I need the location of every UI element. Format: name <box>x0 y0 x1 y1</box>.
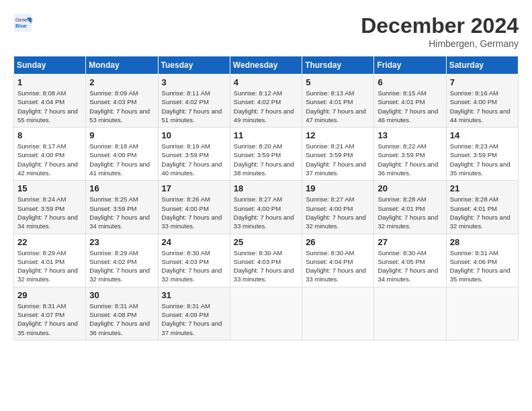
location: Himbergen, Germany <box>361 38 519 49</box>
day-detail: Sunrise: 8:09 AM Sunset: 4:03 PM Dayligh… <box>89 89 154 124</box>
calendar-week-row: 15 Sunrise: 8:24 AM Sunset: 3:59 PM Dayl… <box>14 181 519 234</box>
calendar-day-cell: 9 Sunrise: 8:18 AM Sunset: 4:00 PM Dayli… <box>86 128 158 181</box>
day-detail: Sunrise: 8:29 AM Sunset: 4:01 PM Dayligh… <box>17 248 82 284</box>
calendar-day-cell: 13 Sunrise: 8:22 AM Sunset: 3:59 PM Dayl… <box>374 128 446 181</box>
calendar-day-cell: 29 Sunrise: 8:31 AM Sunset: 4:07 PM Dayl… <box>14 287 86 340</box>
day-number: 26 <box>306 237 370 247</box>
day-number: 6 <box>378 77 442 87</box>
calendar-day-cell: 22 Sunrise: 8:29 AM Sunset: 4:01 PM Dayl… <box>14 234 86 287</box>
day-of-week-header: Tuesday <box>158 56 230 75</box>
calendar-week-row: 22 Sunrise: 8:29 AM Sunset: 4:01 PM Dayl… <box>14 234 519 287</box>
page-header: General Blue December 2024 Himbergen, Ge… <box>13 13 519 49</box>
day-detail: Sunrise: 8:24 AM Sunset: 3:59 PM Dayligh… <box>17 195 82 230</box>
calendar-day-cell: 8 Sunrise: 8:17 AM Sunset: 4:00 PM Dayli… <box>14 128 86 181</box>
day-detail: Sunrise: 8:13 AM Sunset: 4:01 PM Dayligh… <box>306 89 370 124</box>
day-number: 29 <box>17 290 82 300</box>
day-detail: Sunrise: 8:25 AM Sunset: 3:59 PM Dayligh… <box>89 195 154 230</box>
calendar-day-cell <box>374 287 446 340</box>
day-number: 18 <box>234 183 298 193</box>
calendar-day-cell: 1 Sunrise: 8:08 AM Sunset: 4:04 PM Dayli… <box>14 75 86 128</box>
day-number: 15 <box>17 183 82 193</box>
calendar-week-row: 8 Sunrise: 8:17 AM Sunset: 4:00 PM Dayli… <box>14 128 519 181</box>
day-detail: Sunrise: 8:30 AM Sunset: 4:03 PM Dayligh… <box>162 248 226 284</box>
day-number: 7 <box>450 77 515 87</box>
day-detail: Sunrise: 8:31 AM Sunset: 4:09 PM Dayligh… <box>162 302 226 337</box>
calendar-day-cell: 30 Sunrise: 8:31 AM Sunset: 4:08 PM Dayl… <box>86 287 158 340</box>
day-detail: Sunrise: 8:29 AM Sunset: 4:02 PM Dayligh… <box>89 248 154 284</box>
day-number: 31 <box>162 290 226 300</box>
day-detail: Sunrise: 8:12 AM Sunset: 4:02 PM Dayligh… <box>234 89 298 124</box>
day-number: 8 <box>17 130 82 140</box>
day-number: 16 <box>89 183 154 193</box>
calendar-day-cell: 18 Sunrise: 8:27 AM Sunset: 4:00 PM Dayl… <box>230 181 302 234</box>
day-detail: Sunrise: 8:08 AM Sunset: 4:04 PM Dayligh… <box>17 89 82 124</box>
day-number: 17 <box>162 183 226 193</box>
day-number: 4 <box>234 77 298 87</box>
day-of-week-header: Thursday <box>302 56 374 75</box>
day-number: 27 <box>378 237 442 247</box>
calendar-day-cell: 25 Sunrise: 8:30 AM Sunset: 4:03 PM Dayl… <box>230 234 302 287</box>
day-number: 21 <box>450 183 515 193</box>
calendar-day-cell: 23 Sunrise: 8:29 AM Sunset: 4:02 PM Dayl… <box>86 234 158 287</box>
day-number: 2 <box>89 77 154 87</box>
month-title: December 2024 <box>361 13 519 38</box>
calendar-header-row: SundayMondayTuesdayWednesdayThursdayFrid… <box>14 56 519 75</box>
day-number: 5 <box>306 77 370 87</box>
day-detail: Sunrise: 8:19 AM Sunset: 3:59 PM Dayligh… <box>162 142 226 177</box>
day-number: 9 <box>89 130 154 140</box>
day-number: 1 <box>17 77 82 87</box>
calendar-day-cell: 3 Sunrise: 8:11 AM Sunset: 4:02 PM Dayli… <box>158 75 230 128</box>
day-detail: Sunrise: 8:30 AM Sunset: 4:04 PM Dayligh… <box>306 248 370 284</box>
calendar-day-cell: 10 Sunrise: 8:19 AM Sunset: 3:59 PM Dayl… <box>158 128 230 181</box>
calendar-day-cell: 16 Sunrise: 8:25 AM Sunset: 3:59 PM Dayl… <box>86 181 158 234</box>
day-detail: Sunrise: 8:26 AM Sunset: 4:00 PM Dayligh… <box>162 195 226 230</box>
calendar-body: 1 Sunrise: 8:08 AM Sunset: 4:04 PM Dayli… <box>14 75 519 340</box>
day-detail: Sunrise: 8:21 AM Sunset: 3:59 PM Dayligh… <box>306 142 370 177</box>
calendar-table: SundayMondayTuesdayWednesdayThursdayFrid… <box>13 56 519 340</box>
day-detail: Sunrise: 8:28 AM Sunset: 4:01 PM Dayligh… <box>378 195 442 230</box>
calendar-day-cell: 20 Sunrise: 8:28 AM Sunset: 4:01 PM Dayl… <box>374 181 446 234</box>
svg-text:Blue: Blue <box>15 23 28 29</box>
day-detail: Sunrise: 8:30 AM Sunset: 4:03 PM Dayligh… <box>234 248 298 284</box>
day-number: 11 <box>234 130 298 140</box>
calendar-day-cell: 21 Sunrise: 8:28 AM Sunset: 4:01 PM Dayl… <box>446 181 518 234</box>
calendar-day-cell: 19 Sunrise: 8:27 AM Sunset: 4:00 PM Dayl… <box>302 181 374 234</box>
calendar-day-cell: 14 Sunrise: 8:23 AM Sunset: 3:59 PM Dayl… <box>446 128 518 181</box>
calendar-day-cell <box>230 287 302 340</box>
calendar-week-row: 29 Sunrise: 8:31 AM Sunset: 4:07 PM Dayl… <box>14 287 519 340</box>
calendar-day-cell: 5 Sunrise: 8:13 AM Sunset: 4:01 PM Dayli… <box>302 75 374 128</box>
day-of-week-header: Monday <box>86 56 158 75</box>
day-number: 13 <box>378 130 442 140</box>
day-number: 30 <box>89 290 154 300</box>
day-detail: Sunrise: 8:30 AM Sunset: 4:05 PM Dayligh… <box>378 248 442 284</box>
day-detail: Sunrise: 8:27 AM Sunset: 4:00 PM Dayligh… <box>306 195 370 230</box>
day-number: 22 <box>17 237 82 247</box>
day-number: 24 <box>162 237 226 247</box>
day-number: 14 <box>450 130 515 140</box>
day-number: 3 <box>162 77 226 87</box>
logo-icon: General Blue <box>13 13 32 32</box>
day-detail: Sunrise: 8:18 AM Sunset: 4:00 PM Dayligh… <box>89 142 154 177</box>
day-number: 12 <box>306 130 370 140</box>
calendar-day-cell: 27 Sunrise: 8:30 AM Sunset: 4:05 PM Dayl… <box>374 234 446 287</box>
calendar-day-cell: 31 Sunrise: 8:31 AM Sunset: 4:09 PM Dayl… <box>158 287 230 340</box>
day-detail: Sunrise: 8:27 AM Sunset: 4:00 PM Dayligh… <box>234 195 298 230</box>
day-number: 28 <box>450 237 515 247</box>
day-number: 25 <box>234 237 298 247</box>
calendar-day-cell: 28 Sunrise: 8:31 AM Sunset: 4:06 PM Dayl… <box>446 234 518 287</box>
day-detail: Sunrise: 8:17 AM Sunset: 4:00 PM Dayligh… <box>17 142 82 177</box>
day-of-week-header: Saturday <box>446 56 518 75</box>
calendar-day-cell <box>302 287 374 340</box>
day-of-week-header: Wednesday <box>230 56 302 75</box>
calendar-day-cell <box>446 287 518 340</box>
logo: General Blue <box>13 13 35 32</box>
day-of-week-header: Friday <box>374 56 446 75</box>
day-detail: Sunrise: 8:31 AM Sunset: 4:06 PM Dayligh… <box>450 248 515 284</box>
day-detail: Sunrise: 8:15 AM Sunset: 4:01 PM Dayligh… <box>378 89 442 124</box>
day-detail: Sunrise: 8:22 AM Sunset: 3:59 PM Dayligh… <box>378 142 442 177</box>
calendar-day-cell: 17 Sunrise: 8:26 AM Sunset: 4:00 PM Dayl… <box>158 181 230 234</box>
day-detail: Sunrise: 8:16 AM Sunset: 4:00 PM Dayligh… <box>450 89 515 124</box>
day-detail: Sunrise: 8:23 AM Sunset: 3:59 PM Dayligh… <box>450 142 515 177</box>
title-area: December 2024 Himbergen, Germany <box>361 13 519 49</box>
calendar-day-cell: 11 Sunrise: 8:20 AM Sunset: 3:59 PM Dayl… <box>230 128 302 181</box>
